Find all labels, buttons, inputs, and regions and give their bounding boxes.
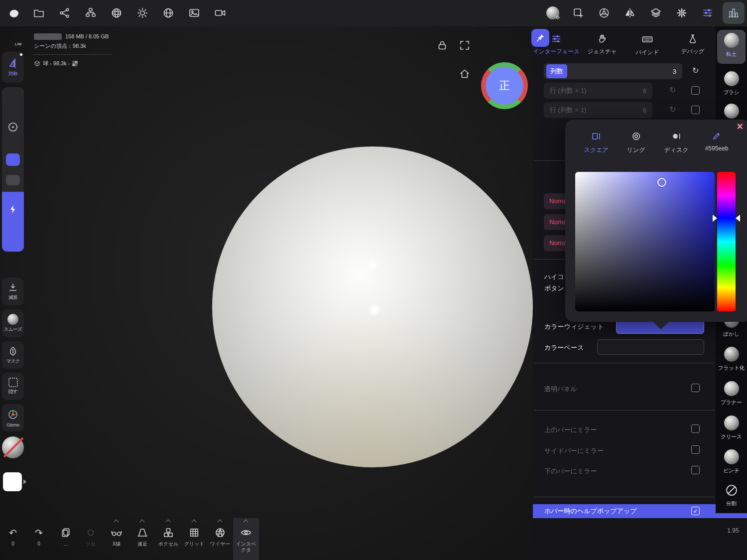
- perspective-button[interactable]: 遠近: [129, 518, 155, 560]
- pin-panel-button[interactable]: [531, 29, 549, 47]
- transparent-panel-checkbox[interactable]: [691, 384, 700, 392]
- color-cursor[interactable]: [657, 178, 666, 187]
- mirror-top-checkbox[interactable]: [691, 424, 700, 433]
- expand-caret-icon[interactable]: [192, 520, 197, 525]
- solo-button[interactable]: ソロ: [78, 518, 104, 560]
- memory-bar: [34, 33, 62, 40]
- mirror-button[interactable]: [620, 3, 640, 23]
- intensity-slider-fill[interactable]: [2, 192, 24, 252]
- rows-gt1-checkbox[interactable]: [691, 86, 700, 95]
- lock-view-button[interactable]: [436, 39, 448, 51]
- rows-eq1-slider[interactable]: 行 (列数 = 1) 6: [544, 102, 652, 118]
- sculpt-sphere[interactable]: [212, 146, 533, 467]
- mirror-bottom-checkbox[interactable]: [691, 466, 700, 474]
- transparent-panel-label: 透明パネル: [544, 385, 577, 394]
- picker-hex[interactable]: #595eeb: [697, 131, 736, 152]
- notification-dot: [20, 53, 22, 56]
- files-button[interactable]: [29, 3, 49, 23]
- expand-caret-icon[interactable]: [114, 520, 119, 525]
- home-view-button[interactable]: [459, 68, 471, 80]
- mask-button[interactable]: マスク: [2, 341, 24, 369]
- topbar-customize-button[interactable]: [723, 2, 745, 24]
- tool-split[interactable]: 分割: [716, 483, 747, 507]
- viewport-canvas[interactable]: 158 MB / 8.05 GB シーンの頂点：98.3k 球 - 98.3k …: [0, 26, 533, 560]
- tool-partial[interactable]: [716, 104, 747, 119]
- picker-tab-ring[interactable]: リング: [617, 131, 655, 154]
- inspector-button[interactable]: インスペクタ: [233, 518, 259, 560]
- layers-button[interactable]: [646, 3, 666, 23]
- tool-flatten[interactable]: フラット化: [716, 347, 747, 372]
- add-layer-icon: [572, 7, 584, 19]
- reset-icon[interactable]: ↻: [692, 67, 699, 75]
- history-button[interactable]: ...: [53, 518, 79, 560]
- symmetry-button[interactable]: 対称: [2, 52, 24, 83]
- nomad-logo[interactable]: [3, 3, 23, 23]
- expand-caret-icon[interactable]: [244, 520, 249, 525]
- xray-button[interactable]: X線: [104, 518, 129, 560]
- folder-icon: [33, 7, 45, 19]
- crease-sphere-icon: [724, 416, 739, 430]
- hue-arrow-left-icon[interactable]: [713, 215, 717, 222]
- saturation-value-square[interactable]: [575, 172, 715, 311]
- undo-button[interactable]: ↶ 0: [0, 518, 26, 560]
- redo-button[interactable]: ↷ 0: [26, 518, 52, 560]
- gizmo-button[interactable]: Gizmo: [2, 404, 24, 431]
- no-material-button[interactable]: [2, 436, 24, 458]
- tool-clay[interactable]: 粘土: [716, 33, 747, 58]
- material-button[interactable]: [543, 3, 563, 23]
- hue-slider[interactable]: [717, 172, 736, 311]
- flatten-sphere-icon: [724, 347, 739, 362]
- lighting-button[interactable]: [132, 3, 152, 23]
- tool-pinch[interactable]: ピンチ: [716, 449, 747, 474]
- color-base-input[interactable]: [597, 339, 704, 355]
- paint-button[interactable]: [594, 3, 614, 23]
- subtract-button[interactable]: 減算: [2, 278, 24, 305]
- tool-planar[interactable]: プラナー: [716, 381, 747, 406]
- tab-debug[interactable]: デバッグ: [672, 33, 714, 55]
- hide-button[interactable]: 隠す: [2, 373, 24, 400]
- reset-icon[interactable]: ↻: [669, 106, 676, 114]
- environment-button[interactable]: [158, 3, 178, 23]
- reset-icon[interactable]: ↻: [669, 86, 676, 94]
- wireframe-button[interactable]: ワイヤー: [207, 518, 233, 560]
- close-icon[interactable]: ×: [737, 120, 743, 134]
- rows-eq1-checkbox[interactable]: [691, 106, 700, 114]
- grid-button[interactable]: グリッド: [181, 518, 207, 560]
- split-circle-slash-icon: [725, 483, 739, 497]
- symmetry-badge: L/W: [15, 42, 21, 46]
- tool-crease[interactable]: クリース: [716, 416, 747, 440]
- tab-gestures[interactable]: ジェスチャ: [581, 33, 623, 55]
- interface-settings-button[interactable]: [698, 3, 718, 23]
- share-button[interactable]: [55, 3, 75, 23]
- fullscreen-button[interactable]: [459, 39, 471, 51]
- expand-caret-icon[interactable]: [166, 520, 171, 525]
- object-row[interactable]: 球 - 98.3k -: [34, 60, 78, 67]
- help-hover-checkbox[interactable]: ✓: [691, 507, 700, 515]
- intensity-slider-handle[interactable]: [6, 175, 20, 185]
- mirror-side-checkbox[interactable]: [691, 445, 700, 454]
- settings-button[interactable]: [672, 3, 692, 23]
- columns-slider[interactable]: 列数 3: [544, 63, 682, 79]
- help-hover-row[interactable]: ホバー時のヘルプポップアップ ✓: [533, 504, 716, 518]
- background-image-button[interactable]: [184, 3, 204, 23]
- expand-caret-icon[interactable]: [140, 520, 145, 525]
- hue-arrow-right-icon[interactable]: [736, 215, 740, 222]
- radius-slider-handle[interactable]: [6, 153, 20, 166]
- environment-icon: [162, 7, 174, 19]
- rows-gt1-slider[interactable]: 行 (列数 > 1) 6: [544, 83, 652, 99]
- picker-tab-disk[interactable]: ディスク: [657, 131, 696, 154]
- expand-caret-icon[interactable]: [218, 520, 223, 525]
- swatch-expand-arrow-icon[interactable]: [23, 479, 26, 484]
- add-layer-button[interactable]: [568, 3, 588, 23]
- color-swatch[interactable]: [3, 472, 22, 491]
- view-label[interactable]: 正: [486, 67, 523, 105]
- smooth-button[interactable]: スムーズ: [2, 309, 24, 337]
- tab-bindings[interactable]: バインド: [626, 33, 668, 56]
- scene-button[interactable]: [81, 3, 101, 23]
- tool-brush[interactable]: ブラシ: [716, 71, 747, 96]
- camera-button[interactable]: [210, 3, 230, 23]
- topology-button[interactable]: [107, 3, 126, 23]
- orientation-gizmo[interactable]: 正: [481, 62, 528, 109]
- voxel-button[interactable]: ボクセル: [155, 518, 181, 560]
- picker-tab-square[interactable]: スクエア: [577, 131, 616, 154]
